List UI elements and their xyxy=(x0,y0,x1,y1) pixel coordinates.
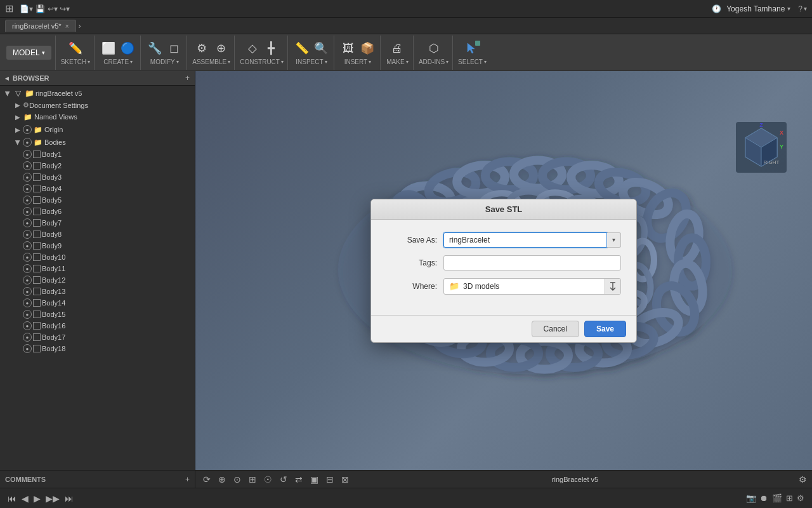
assemble-label[interactable]: ASSEMBLE▾ xyxy=(192,58,230,65)
create-sphere-icon[interactable]: 🔵 xyxy=(119,39,136,57)
visibility-button[interactable]: ⊠ xyxy=(339,473,351,486)
save-button[interactable]: 💾 xyxy=(36,4,45,13)
grid-toggle-button[interactable]: ⊟ xyxy=(324,473,336,486)
modify-shell-icon[interactable]: ◻ xyxy=(165,39,183,57)
orbit-tool[interactable]: ⟳ xyxy=(200,473,213,486)
tree-item-origin[interactable]: ▶ ● 📁 Origin xyxy=(0,123,195,136)
origin-arrow[interactable]: ▶ xyxy=(13,126,23,133)
free-orbit-tool[interactable]: ↺ xyxy=(277,473,290,486)
browser-expand-icon[interactable]: + xyxy=(185,74,190,83)
app-grid-icon[interactable]: ⊞ xyxy=(5,3,13,15)
timeline-next-button[interactable]: ▶▶ xyxy=(46,493,60,504)
make-3dp-icon[interactable]: 🖨 xyxy=(388,39,406,57)
settings-icon[interactable]: ⚙ xyxy=(799,474,807,485)
tree-item-body7[interactable]: ●Body7 xyxy=(0,217,195,229)
where-folder-arrow[interactable] xyxy=(605,279,620,294)
tree-item-body17[interactable]: ●Body17 xyxy=(0,331,195,343)
tree-item-body6[interactable]: ●Body6 xyxy=(0,206,195,217)
timeline-grid-icon[interactable]: ⊞ xyxy=(786,493,793,503)
tree-item-body11[interactable]: ●Body11 xyxy=(0,263,195,274)
tree-item-body13[interactable]: ●Body13 xyxy=(0,286,195,297)
addins-label[interactable]: ADD-INS▾ xyxy=(419,58,449,65)
display-mode-button[interactable]: ▣ xyxy=(308,473,321,486)
insert-mesh-icon[interactable]: 📦 xyxy=(358,39,376,57)
select-cursor-icon[interactable] xyxy=(464,39,481,57)
look-tool[interactable]: ☉ xyxy=(261,473,275,486)
bodies-arrow[interactable]: ▶ xyxy=(15,137,22,147)
model-dropdown-icon: ▾ xyxy=(42,50,45,56)
doc-settings-arrow[interactable]: ▶ xyxy=(13,102,23,109)
tree-item-body2[interactable]: ●Body2 xyxy=(0,160,195,171)
addins-scripts-icon[interactable]: ⬡ xyxy=(425,39,443,57)
inspect-label[interactable]: INSPECT▾ xyxy=(296,58,327,65)
browser-collapse-icon[interactable]: ◂ xyxy=(5,74,9,83)
timeline-anim-icon[interactable]: 🎬 xyxy=(772,493,782,503)
tab-close-icon[interactable]: × xyxy=(65,23,69,30)
tree-root-arrow[interactable]: ▶ xyxy=(4,88,11,98)
bodies-folder-icon: 📁 xyxy=(33,137,43,147)
browser-content[interactable]: ▶ ▽ 📁 ringBracelet v5 ▶ ⚙ Document Setti… xyxy=(0,86,195,470)
tab-expand-arrow[interactable]: › xyxy=(79,22,81,30)
constrained-orbit-tool[interactable]: ⇄ xyxy=(292,473,305,486)
timeline-play-button[interactable]: ▶ xyxy=(34,493,41,504)
construct-axis-icon[interactable]: ╋ xyxy=(263,39,280,57)
tree-item-bodies[interactable]: ▶ ● 📁 Bodies xyxy=(0,136,195,149)
modify-label[interactable]: MODIFY▾ xyxy=(150,58,179,65)
file-menu[interactable]: 📄▾ xyxy=(20,4,33,13)
modify-press-icon[interactable]: 🔧 xyxy=(146,39,164,57)
save-as-dropdown-button[interactable]: ▾ xyxy=(607,232,621,248)
3d-viewport[interactable]: X Y Z RIGHT Save STL Save As: ▾ xyxy=(195,71,812,470)
help-button[interactable]: ? xyxy=(798,4,802,13)
tree-item-body9[interactable]: ●Body9 xyxy=(0,240,195,251)
assemble-joint-icon[interactable]: ⚙ xyxy=(193,39,211,57)
assemble-origin-icon[interactable]: ⊕ xyxy=(212,39,230,57)
tags-input[interactable] xyxy=(443,255,621,271)
insert-canvas-icon[interactable]: 🖼 xyxy=(339,39,357,57)
save-as-input[interactable] xyxy=(443,232,607,248)
save-button[interactable]: Save xyxy=(584,321,626,337)
construct-label[interactable]: CONSTRUCT▾ xyxy=(240,58,284,65)
user-name[interactable]: Yogesh Tamhane xyxy=(726,4,785,13)
sketch-label[interactable]: SKETCH▾ xyxy=(61,58,91,65)
tree-item-body14[interactable]: ●Body14 xyxy=(0,297,195,309)
model-dropdown-button[interactable]: MODEL ▾ xyxy=(6,46,51,60)
construct-plane-icon[interactable]: ◇ xyxy=(244,39,261,57)
active-tab[interactable]: ringBracelet v5* × xyxy=(5,20,76,32)
create-label[interactable]: CREATE▾ xyxy=(103,58,133,65)
tree-item-body3[interactable]: ●Body3 xyxy=(0,171,195,183)
inspect-analysis-icon[interactable]: 🔍 xyxy=(312,39,330,57)
timeline-capture-icon[interactable]: 📷 xyxy=(746,493,756,503)
timeline-record-icon[interactable]: ⏺ xyxy=(760,493,768,503)
create-box-icon[interactable]: ⬜ xyxy=(100,39,117,57)
pan-tool[interactable]: ⊕ xyxy=(216,473,228,486)
timeline-end-button[interactable]: ⏭ xyxy=(65,493,74,504)
tree-item-body8[interactable]: ●Body8 xyxy=(0,229,195,240)
timeline-settings-icon[interactable]: ⚙ xyxy=(797,493,804,503)
zoom-extent-tool[interactable]: ⊞ xyxy=(246,473,259,486)
sketch-icon[interactable]: ✏️ xyxy=(67,39,84,57)
tree-item-body10[interactable]: ●Body10 xyxy=(0,251,195,263)
help-dropdown-icon[interactable]: ▾ xyxy=(804,5,807,12)
comments-add-icon[interactable]: + xyxy=(185,475,190,484)
insert-label[interactable]: INSERT▾ xyxy=(344,58,372,65)
tree-item-body16[interactable]: ●Body16 xyxy=(0,320,195,331)
tree-item-body18[interactable]: ●Body18 xyxy=(0,343,195,354)
zoom-tool[interactable]: ⊙ xyxy=(231,473,244,486)
tree-item-body15[interactable]: ●Body15 xyxy=(0,309,195,320)
tree-item-body4[interactable]: ●Body4 xyxy=(0,183,195,194)
tree-item-body1[interactable]: ●Body1 xyxy=(0,149,195,160)
make-label[interactable]: MAKE▾ xyxy=(386,58,408,65)
timeline-prev-button[interactable]: ◀ xyxy=(22,493,29,504)
named-views-arrow[interactable]: ▶ xyxy=(13,114,23,121)
inspect-measure-icon[interactable]: 📏 xyxy=(293,39,311,57)
timeline-start-button[interactable]: ⏮ xyxy=(8,493,16,504)
cancel-button[interactable]: Cancel xyxy=(532,321,579,337)
undo-button[interactable]: ↩▾ ↪▾ xyxy=(48,4,70,13)
user-dropdown-icon[interactable]: ▾ xyxy=(787,5,790,12)
select-label[interactable]: SELECT▾ xyxy=(458,58,487,65)
tree-root[interactable]: ▶ ▽ 📁 ringBracelet v5 xyxy=(0,87,195,100)
tree-item-doc-settings[interactable]: ▶ ⚙ Document Settings xyxy=(0,100,195,110)
tree-item-body5[interactable]: ●Body5 xyxy=(0,194,195,206)
tree-item-body12[interactable]: ●Body12 xyxy=(0,274,195,286)
tree-item-named-views[interactable]: ▶ 📁 Named Views xyxy=(0,110,195,123)
